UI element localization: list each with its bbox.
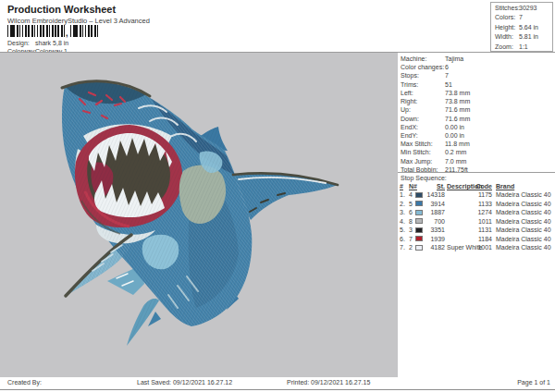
stitch-count: 3351 [422, 226, 445, 234]
row-num: 7. [400, 243, 409, 251]
design-summary-box: Stitches:30293 Colors:7 Height:5.64 in W… [490, 2, 553, 52]
machine-info-row: Down:71.6 mm [398, 114, 555, 122]
machine-info-row: EndY:0.00 in [398, 130, 555, 139]
thread-code: 1175 [475, 190, 492, 199]
summary-value: 5.81 in [519, 32, 538, 41]
design-barcode-segment-1 [7, 25, 65, 37]
summary-row: Height:5.64 in [491, 22, 552, 31]
machine-info-row: Up:71.6 mm [398, 104, 555, 113]
machine-info-row: Color changes:6 [398, 62, 555, 70]
machine-info-row: Machine:Tajima [398, 54, 555, 62]
stop-sequence-row: 7.24182Super White1001Madeira Classic 40 [398, 243, 555, 252]
summary-row: Stitches:30293 [491, 3, 552, 12]
col-header-needle: N# [409, 182, 418, 190]
machine-info-row: Right:73.8 mm [398, 96, 555, 104]
stop-sequence-row: 5.333511131Madeira Classic 40 [398, 226, 555, 235]
thread-brand: Madeira Classic 40 [496, 226, 555, 234]
thread-brand: Madeira Classic 40 [496, 235, 555, 243]
row-num: 6. [400, 235, 409, 243]
machine-info-row: Left:73.8 mm [398, 88, 555, 96]
col-header-brand: Brand [496, 182, 555, 190]
stitch-count: 700 [422, 217, 445, 226]
stop-sequence-title: Stop Sequence: [401, 174, 447, 182]
machine-info-row: EndX:0.00 in [398, 122, 555, 130]
thread-brand: Madeira Classic 40 [496, 243, 555, 251]
shark-design-image [0, 53, 398, 377]
thread-brand: Madeira Classic 40 [496, 190, 555, 199]
footer-page-number: Page 1 of 1 [517, 379, 550, 386]
stop-sequence-row: 2.539141133Madeira Classic 40 [398, 200, 555, 209]
row-num: 2. [400, 200, 409, 208]
design-value: shark 5,8 in [35, 39, 68, 47]
barcode-separator: , [66, 29, 68, 38]
machine-info-row: Min Stitch:0.2 mm [398, 147, 555, 155]
summary-row: Colors:7 [491, 12, 552, 21]
summary-label: Width: [495, 32, 513, 41]
details-panel: Machine:Tajima Color changes:6 Stops:7 T… [398, 53, 555, 377]
page-title: Production Worksheet [7, 4, 116, 15]
machine-info-row: Trims:51 [398, 80, 555, 88]
summary-value: 7 [519, 13, 523, 21]
stitch-count: 1887 [422, 208, 445, 216]
summary-row: Width:5.81 in [491, 31, 552, 41]
machine-info-row: Stops:7 [398, 70, 555, 79]
col-header-code: Code [475, 182, 492, 190]
row-num: 1. [400, 190, 409, 199]
thread-code: 1001 [475, 243, 492, 251]
summary-label: Colors: [495, 13, 515, 21]
summary-row: Zoom:1:1 [491, 42, 552, 51]
stop-sequence-row: 6.719391184Madeira Classic 40 [398, 235, 555, 244]
summary-label: Zoom: [495, 43, 513, 51]
footer-printed: Printed: 09/12/2021 16.27.15 [287, 379, 370, 386]
thread-code: 1274 [475, 208, 492, 216]
thread-brand: Madeira Classic 40 [496, 217, 555, 226]
machine-info-row: Max Stitch:11.8 mm [398, 139, 555, 147]
footer-last-saved: Last Saved: 09/12/2021 16.27.12 [137, 379, 232, 386]
thread-brand: Madeira Classic 40 [496, 200, 555, 208]
summary-label: Height: [495, 23, 515, 31]
machine-info-row: Max Jump:7.0 mm [398, 156, 555, 165]
thread-code: 1133 [475, 200, 492, 208]
col-header-num: # [400, 182, 409, 190]
design-canvas [0, 53, 398, 377]
stitch-count: 1939 [422, 235, 445, 243]
row-num: 4. [400, 217, 409, 226]
thread-code: 1131 [475, 226, 492, 234]
row-num: 3. [400, 208, 409, 216]
footer-divider [0, 389, 555, 390]
production-worksheet-page: { "header": { "title": "Production Works… [0, 0, 555, 392]
stop-sequence-row: 3.618871274Madeira Classic 40 [398, 208, 555, 217]
stitch-count: 4182 [422, 243, 445, 251]
design-label: Design: [7, 39, 30, 47]
app-version: Wilcom EmbroideryStudio – Level 3 Advanc… [7, 17, 150, 25]
thread-code: 1011 [475, 217, 492, 226]
stop-sequence-header: # N# St. Description Code Brand [398, 182, 555, 190]
summary-value: 5.64 in [519, 23, 538, 31]
footer-created-by: Created By: [7, 379, 42, 386]
stop-sequence-row: 1.4143181175Madeira Classic 40 [398, 190, 555, 200]
stop-sequence-row: 4.87001011Madeira Classic 40 [398, 217, 555, 227]
summary-value: 1:1 [519, 43, 528, 51]
row-num: 5. [400, 226, 409, 234]
stop-sequence-divider [398, 172, 555, 173]
col-header-stitches: St. [422, 182, 445, 190]
summary-label: Stitches: [495, 4, 520, 12]
design-barcode-segment-2 [70, 25, 100, 37]
thread-code: 1184 [475, 235, 492, 243]
summary-value: 30293 [519, 4, 536, 12]
thread-brand: Madeira Classic 40 [496, 208, 555, 216]
stitch-count: 3914 [422, 200, 445, 208]
machine-info-list: Machine:Tajima Color changes:6 Stops:7 T… [398, 53, 555, 173]
stitch-count: 14318 [422, 190, 445, 199]
